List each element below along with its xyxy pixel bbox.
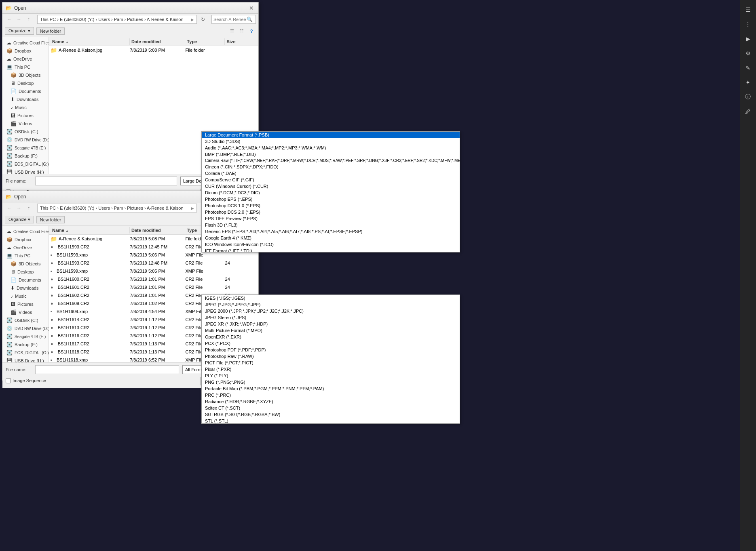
- dropdown-item-cineon[interactable]: Cineon (*.CIN;*.SDPX;*.DPX;*.FIDO): [202, 164, 460, 170]
- sidebar-item-videos-2[interactable]: 🎬 Videos: [2, 308, 49, 316]
- filename-input-2[interactable]: [35, 365, 179, 374]
- sidebar-item-seagate-2[interactable]: 💽 Seagate 4TB (E:): [2, 332, 49, 341]
- refresh-button-1[interactable]: ↻: [199, 15, 207, 24]
- sidebar-item-desktop-2[interactable]: 🖥 Desktop: [2, 268, 49, 276]
- sidebar-item-desktop-1[interactable]: 🖥 Desktop: [2, 79, 49, 87]
- search-input-1[interactable]: [213, 17, 246, 22]
- back-button-2[interactable]: ←: [5, 204, 14, 212]
- right-toolbar-icon-edit[interactable]: ✎: [741, 61, 754, 74]
- sidebar-item-backup-1[interactable]: 💽 Backup (F:): [2, 152, 49, 160]
- sidebar-item-music-2[interactable]: ♪ Music: [2, 292, 49, 300]
- sidebar-item-usbh-2[interactable]: 💾 USB Drive (H:): [2, 357, 49, 362]
- col-header-date-1[interactable]: Date modified: [130, 38, 185, 45]
- organize-button-2[interactable]: Organize ▾: [5, 216, 34, 223]
- dropdown2-item-jpegstereo[interactable]: JPEG Stereo (*.JPS): [202, 314, 460, 321]
- sidebar-item-dvd-1[interactable]: 💿 DVD RW Drive (D:): [2, 136, 49, 144]
- dropdown-item-3ds[interactable]: 3D Studio (*.3DS): [202, 138, 460, 145]
- format-dropdown-2[interactable]: IGES (*.IGS;*.IGES) JPEG (*.JPG;*.JPEG;*…: [201, 294, 460, 424]
- dropdown2-item-jpegxr[interactable]: JPEG XR (*.JXR;*.WDP;*.HDP): [202, 321, 460, 327]
- sidebar-item-eos-2[interactable]: 💽 EOS_DIGITAL (G:): [2, 349, 49, 357]
- dropdown2-item-raw[interactable]: Photoshop Raw (*.RAW): [202, 353, 460, 360]
- right-toolbar-icon-cursor[interactable]: ▶: [741, 32, 754, 45]
- dropdown-item-cameraraw[interactable]: Camera Raw (*.TIF;*.CRW;*.NEF;*.RAF;*.OR…: [202, 158, 460, 164]
- dropdown-item-ico[interactable]: ICO Windows Icon/Favicon (*.ICO): [202, 241, 460, 248]
- dropdown-item-genericeps[interactable]: Generic EPS (*.EPS;*.AI3;*.AI4;*.AI5;*.A…: [202, 228, 460, 235]
- view-list-button-1[interactable]: ☰: [228, 27, 237, 36]
- back-button-1[interactable]: ←: [5, 15, 14, 24]
- sidebar-item-osdisk-2[interactable]: 💽 OSDisk (C:): [2, 316, 49, 324]
- sidebar-item-osdisk-1[interactable]: 💽 OSDisk (C:): [2, 128, 49, 136]
- dropdown-item-flash3d[interactable]: Flash 3D (*.FL3): [202, 222, 460, 228]
- right-toolbar-icon-info[interactable]: ⓘ: [741, 90, 754, 103]
- forward-button-2[interactable]: →: [15, 204, 23, 212]
- sidebar-item-usbh-1[interactable]: 💾 USB Drive (H:): [2, 168, 49, 174]
- dropdown2-item-jpeg[interactable]: JPEG (*.JPG;*.JPEG;*.JPE): [202, 301, 460, 308]
- dropdown2-item-sgirgb[interactable]: SGI RGB (*.SGI;*.RGB;*.RGBA;*.BW): [202, 411, 460, 418]
- dropdown-item-dcs1[interactable]: Photoshop DCS 1.0 (*.EPS): [202, 202, 460, 209]
- sidebar-item-documents-2[interactable]: 📄 Documents: [2, 276, 49, 284]
- right-toolbar-icon-ellipsis[interactable]: ⋮: [741, 18, 754, 31]
- dropdown-item-dicom[interactable]: Dicom (*.DCM;*.DC3;*.DIC): [202, 189, 460, 196]
- right-toolbar-icon-menu[interactable]: ☰: [741, 3, 754, 16]
- up-button-2[interactable]: ↑: [24, 204, 33, 212]
- dropdown2-item-pict[interactable]: PICT File (*.PCT;*.PICT): [202, 360, 460, 366]
- dropdown-item-collada[interactable]: Collada (*.DAE): [202, 170, 460, 177]
- sidebar-item-downloads-2[interactable]: ⬇ Downloads: [2, 284, 49, 292]
- new-folder-button-1[interactable]: New folder: [36, 27, 65, 35]
- dropdown-item-gif[interactable]: CompuServe GIF (*.GIF): [202, 177, 460, 183]
- sidebar-item-onedrive-1[interactable]: ☁ OneDrive: [2, 55, 49, 63]
- dropdown-item-cur[interactable]: CUR (Windows Cursor) (*.CUR): [202, 183, 460, 189]
- sidebar-item-3dobjects-2[interactable]: 📦 3D Objects: [2, 260, 49, 268]
- sidebar-item-videos-1[interactable]: 🎬 Videos: [2, 120, 49, 128]
- dropdown2-item-prc[interactable]: PRC (*.PRC): [202, 392, 460, 398]
- col-header-name-2[interactable]: Name ▲: [51, 227, 130, 233]
- sidebar-item-creative-cloud-2[interactable]: ☁ Creative Cloud Files: [2, 227, 49, 236]
- dropdown-item-dcs2[interactable]: Photoshop DCS 2.0 (*.EPS): [202, 209, 460, 215]
- dropdown-item-psb[interactable]: Large Document Format (*.PSB): [202, 132, 460, 138]
- sidebar-item-backup-2[interactable]: 💽 Backup (F:): [2, 341, 49, 349]
- image-sequence-checkbox-2[interactable]: [6, 378, 11, 383]
- sidebar-item-seagate-1[interactable]: 💽 Seagate 4TB (E:): [2, 144, 49, 152]
- sidebar-item-thispc-1[interactable]: 💻 This PC: [2, 63, 49, 71]
- dropdown2-item-pdfpdp[interactable]: Photoshop PDF (*.PDF;*.PDP): [202, 347, 460, 353]
- col-header-date-2[interactable]: Date modified: [130, 227, 185, 233]
- dropdown-item-audio[interactable]: Audio (*.AAC;*.AC3;*.M2A;*.MA4;*.MP2;*.M…: [202, 145, 460, 151]
- col-header-name-1[interactable]: Name ▲: [51, 38, 130, 45]
- sidebar-item-dvd-2[interactable]: 💿 DVD RW Drive (D:): [2, 324, 49, 332]
- organize-button-1[interactable]: Organize ▾: [5, 27, 34, 35]
- sidebar-item-dropbox-1[interactable]: 📦 Dropbox: [2, 47, 49, 55]
- filename-input-1[interactable]: [35, 177, 177, 185]
- dropdown-item-bmp[interactable]: BMP (*.BMP;*.RLE;*.DIB): [202, 151, 460, 158]
- search-box-1[interactable]: 🔍: [211, 15, 256, 24]
- sidebar-item-pictures-2[interactable]: 🖼 Pictures: [2, 300, 49, 308]
- dropdown2-item-jpeg2000[interactable]: JPEG 2000 (*.JPF;*.JPX;*.JP2;*.J2C;*.J2K…: [202, 308, 460, 314]
- help-button-1[interactable]: ?: [247, 27, 256, 36]
- file-row-2-6[interactable]: ● BS1H1601.CR2 7/6/2019 1:01 PM CR2 File…: [49, 283, 258, 291]
- sidebar-item-thispc-2[interactable]: 💻 This PC: [2, 252, 49, 260]
- close-button-1[interactable]: ✕: [248, 4, 255, 12]
- view-grid-button-1[interactable]: ☷: [237, 27, 246, 36]
- sidebar-item-pictures-1[interactable]: 🖼 Pictures: [2, 111, 49, 120]
- dropdown2-item-scitex[interactable]: Scitex CT (*.SCT): [202, 405, 460, 411]
- dropdown-item-eps[interactable]: Photoshop EPS (*.EPS): [202, 196, 460, 202]
- col-header-size-1[interactable]: Size: [225, 38, 257, 45]
- right-toolbar-icon-brush[interactable]: 🖉: [741, 105, 754, 118]
- sidebar-item-documents-1[interactable]: 📄 Documents: [2, 87, 49, 95]
- dropdown-item-google[interactable]: Google Earth 4 (*.KMZ): [202, 235, 460, 241]
- address-bar-2[interactable]: This PC › E (\dellt3620) (Y:) › Users › …: [37, 204, 197, 212]
- sidebar-item-3dobjects-1[interactable]: 📦 3D Objects: [2, 71, 49, 79]
- sidebar-item-onedrive-2[interactable]: ☁ OneDrive: [2, 244, 49, 252]
- dropdown2-item-png[interactable]: PNG (*.PNG;*.PNG): [202, 379, 460, 385]
- col-header-type-1[interactable]: Type: [185, 38, 225, 45]
- file-row-2-4[interactable]: ▪ BS1H1599.xmp 7/8/2019 5:05 PM XMP File: [49, 267, 258, 275]
- dropdown-item-epstiff[interactable]: EPS TIFF Preview (*.EPS): [202, 215, 460, 222]
- dropdown2-item-openexr[interactable]: OpenEXR (*.EXR): [202, 334, 460, 340]
- new-folder-button-2[interactable]: New folder: [36, 216, 65, 223]
- up-button-1[interactable]: ↑: [24, 15, 33, 24]
- dropdown2-item-iges[interactable]: IGES (*.IGS;*.IGES): [202, 295, 460, 301]
- file-row-1-folder[interactable]: 📁 A-Renee & Kaison.jpg 7/8/2019 5:08 PM …: [49, 46, 258, 54]
- dropdown2-item-pbm[interactable]: Portable Bit Map (*.PBM;*.PGM;*.PPM;*.PN…: [202, 385, 460, 392]
- file-row-2-3[interactable]: ● BS1H1593.CR2 7/6/2019 12:48 PM CR2 Fil…: [49, 259, 258, 267]
- right-toolbar-icon-star[interactable]: ✦: [741, 76, 754, 89]
- sidebar-item-dropbox-2[interactable]: 📦 Dropbox: [2, 236, 49, 244]
